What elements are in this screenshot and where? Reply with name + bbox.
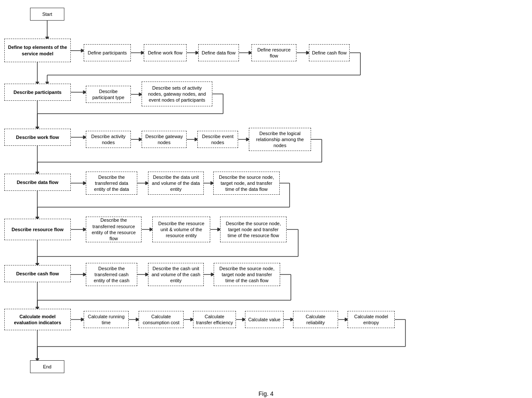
describe-activity-nodes-label: Describe activity nodes: [89, 133, 128, 146]
describe-work-flow-label: Describe work flow: [16, 134, 59, 140]
describe-transferred-data-label: Describe the transferred data entity of …: [89, 174, 134, 193]
describe-transferred-cash-label: Describe the transferred cash entity of …: [89, 265, 134, 284]
define-work-flow-label: Define work flow: [148, 50, 183, 56]
describe-resource-unit-label: Describe the resource unit & volume of t…: [155, 220, 207, 239]
describe-logical-label: Describe the logical relationship among …: [252, 130, 308, 149]
calc-running-time-box: Calculate running time: [84, 311, 129, 328]
define-cash-flow-label: Define cash flow: [312, 50, 347, 56]
calc-reliability-label: Calculate reliability: [296, 314, 335, 326]
describe-resource-flow-label: Describe resource flow: [12, 226, 63, 232]
calc-value-box: Calculate value: [245, 311, 284, 328]
define-resource-flow-box: Define resource flow: [251, 44, 296, 61]
caption-label: Fig. 4: [258, 390, 273, 397]
describe-data-unit-label: Describe the data unit and volume of the…: [151, 174, 201, 193]
diagram: Start Define top elements of the service…: [0, 0, 532, 386]
define-resource-flow-label: Define resource flow: [254, 47, 293, 59]
calc-consumption-label: Calculate consumption cost: [142, 314, 181, 326]
describe-transferred-cash-box: Describe the transferred cash entity of …: [86, 263, 137, 286]
calc-reliability-box: Calculate reliability: [293, 311, 338, 328]
describe-source-data-box: Describe the source node, target node, a…: [213, 172, 280, 195]
describe-sets-box: Describe sets of activity nodes, gateway…: [142, 81, 212, 106]
describe-transferred-resource-label: Describe the transferred resource entity…: [89, 217, 139, 241]
start-label: Start: [42, 11, 52, 17]
describe-participant-type-label: Describe participant type: [89, 88, 128, 101]
calc-transfer-box: Calculate transfer efficiency: [193, 311, 236, 328]
describe-cash-unit-label: Describe the cash unit and volume of the…: [151, 265, 201, 284]
describe-participants-label: Describe participants: [14, 89, 62, 95]
describe-source-resource-label: Describe the source node, target node an…: [223, 220, 284, 239]
describe-source-cash-label: Describe the source node, target node an…: [217, 265, 277, 284]
describe-resource-flow-box: Describe resource flow: [4, 219, 71, 240]
define-work-flow-box: Define work flow: [144, 44, 187, 61]
define-top-elements-box: Define top elements of the service model: [4, 39, 71, 62]
describe-cash-unit-box: Describe the cash unit and volume of the…: [148, 263, 204, 286]
define-cash-flow-box: Define cash flow: [309, 44, 350, 61]
describe-sets-label: Describe sets of activity nodes, gateway…: [145, 85, 209, 103]
describe-transferred-resource-box: Describe the transferred resource entity…: [86, 217, 142, 242]
describe-event-nodes-box: Describe event nodes: [197, 131, 238, 148]
end-box: End: [30, 360, 64, 373]
define-participants-label: Define participants: [88, 50, 127, 56]
describe-data-unit-box: Describe the data unit and volume of the…: [148, 172, 204, 195]
define-top-label: Define top elements of the service model: [7, 44, 68, 57]
describe-transferred-data-box: Describe the transferred data entity of …: [86, 172, 137, 195]
describe-activity-nodes-box: Describe activity nodes: [86, 131, 131, 148]
describe-gateway-nodes-box: Describe gateway nodes: [142, 131, 187, 148]
calculate-model-box: Calculate model evaluation indicators: [4, 309, 71, 330]
describe-cash-flow-box: Describe cash flow: [4, 265, 71, 282]
describe-participants-box: Describe participants: [4, 84, 71, 101]
define-data-flow-label: Define data flow: [202, 50, 236, 56]
start-box: Start: [30, 8, 64, 21]
calc-entropy-label: Calculate model entropy: [351, 314, 392, 326]
describe-work-flow-box: Describe work flow: [4, 129, 71, 146]
describe-participant-type-box: Describe participant type: [86, 86, 131, 103]
calc-running-time-label: Calculate running time: [87, 314, 126, 326]
describe-data-flow-box: Describe data flow: [4, 174, 71, 191]
calc-transfer-label: Calculate transfer efficiency: [196, 314, 233, 326]
define-data-flow-box: Define data flow: [198, 44, 239, 61]
describe-source-resource-box: Describe the source node, target node an…: [220, 217, 287, 242]
describe-data-flow-label: Describe data flow: [17, 179, 58, 185]
calc-consumption-box: Calculate consumption cost: [139, 311, 184, 328]
end-label: End: [43, 364, 51, 370]
calculate-model-label: Calculate model evaluation indicators: [7, 314, 68, 326]
describe-resource-unit-box: Describe the resource unit & volume of t…: [152, 217, 210, 242]
describe-source-cash-box: Describe the source node, target node an…: [214, 263, 280, 286]
figure-caption: Fig. 4: [0, 390, 532, 397]
describe-event-nodes-label: Describe event nodes: [200, 133, 235, 146]
describe-cash-flow-label: Describe cash flow: [16, 271, 59, 277]
describe-gateway-nodes-label: Describe gateway nodes: [145, 133, 184, 146]
define-participants-box: Define participants: [84, 44, 131, 61]
calc-value-label: Calculate value: [248, 317, 280, 323]
describe-source-data-label: Describe the source node, target node, a…: [216, 174, 277, 193]
describe-logical-box: Describe the logical relationship among …: [249, 128, 311, 151]
calc-entropy-box: Calculate model entropy: [348, 311, 395, 328]
